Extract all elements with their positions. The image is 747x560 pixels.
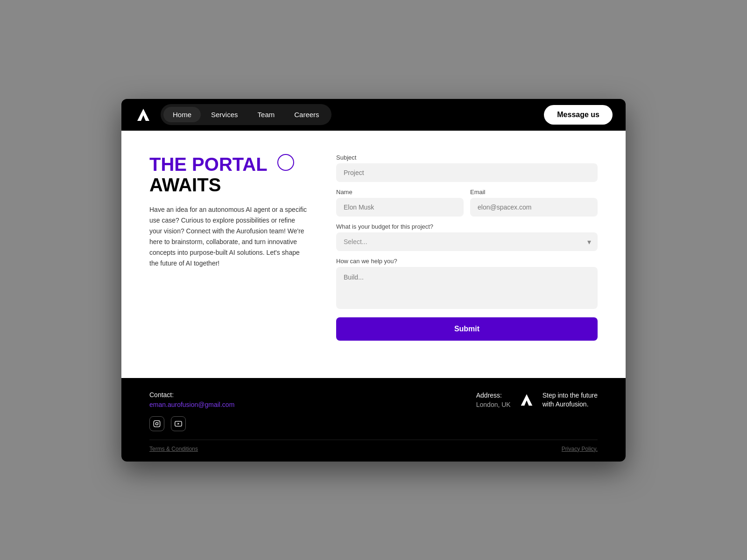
svg-point-3 [158,421,159,422]
budget-select-wrapper: Select... < $5,000 $5,000 - $20,000 $20,… [336,232,598,251]
nav-team[interactable]: Team [248,107,284,122]
nav-services[interactable]: Services [202,107,247,122]
email-group: Email [470,189,598,217]
nav-careers[interactable]: Careers [285,107,328,122]
message-label: How can we help you? [336,258,598,265]
footer-address-block: Address: London, UK [476,392,511,408]
name-input[interactable] [336,198,464,217]
svg-rect-1 [154,420,160,427]
footer-logo [518,392,535,408]
budget-label: What is your budget for this project? [336,223,598,230]
message-us-button[interactable]: Message us [544,105,613,125]
svg-point-2 [155,422,158,425]
instagram-icon[interactable] [149,416,164,431]
logo-mark [134,106,152,124]
portal-description: Have an idea for an autonomous AI agent … [149,204,308,269]
name-group: Name [336,189,464,217]
main-content: THE PORTAL AWAITS Have an idea for an au… [121,131,626,378]
footer-left: Contact: eman.aurofusion@gmail.com [149,391,234,431]
footer-socials [149,416,234,431]
footer-tagline: Step into the futurewith Aurofusion. [543,391,598,409]
name-email-row: Name Email [336,189,598,217]
circle-icon [277,154,294,171]
browser-window: Home Services Team Careers Message us TH… [121,99,626,462]
name-label: Name [336,189,464,196]
subject-input[interactable] [336,163,598,182]
title-line2: AWAITS [149,175,308,195]
svg-marker-4 [178,422,180,424]
message-group: How can we help you? [336,258,598,309]
message-textarea[interactable] [336,267,598,309]
budget-select[interactable]: Select... < $5,000 $5,000 - $20,000 $20,… [336,232,598,251]
navbar: Home Services Team Careers Message us [121,99,626,131]
footer-right: Address: London, UK Step into the future… [476,391,598,409]
footer-top: Contact: eman.aurofusion@gmail.com [149,391,598,431]
nav-links: Home Services Team Careers [161,104,331,125]
address-label: Address: [476,392,511,399]
terms-link[interactable]: Terms & Conditions [149,446,198,452]
submit-button[interactable]: Submit [336,317,598,341]
email-input[interactable] [470,198,598,217]
subject-group: Subject [336,154,598,182]
footer-bottom: Terms & Conditions Privacy Policy. [149,440,598,452]
email-label: Email [470,189,598,196]
navbar-left: Home Services Team Careers [134,104,331,125]
svg-marker-0 [137,109,149,121]
svg-marker-5 [521,394,532,406]
nav-home[interactable]: Home [163,107,201,122]
contact-form: Subject Name Email What is your budget f… [336,154,598,341]
youtube-icon[interactable] [171,416,186,431]
subject-label: Subject [336,154,598,161]
contact-label: Contact: [149,391,234,399]
address-value: London, UK [476,401,511,408]
left-section: THE PORTAL AWAITS Have an idea for an au… [149,154,308,269]
privacy-link[interactable]: Privacy Policy. [562,446,598,452]
footer: Contact: eman.aurofusion@gmail.com [121,378,626,462]
contact-email[interactable]: eman.aurofusion@gmail.com [149,401,234,408]
budget-group: What is your budget for this project? Se… [336,223,598,251]
